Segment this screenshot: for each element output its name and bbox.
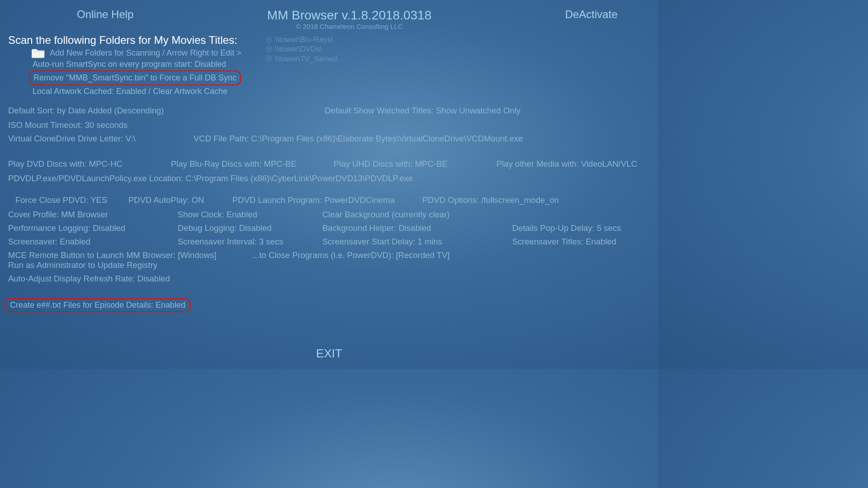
exit-button[interactable]: EXIT — [0, 347, 658, 361]
folder-paths: ✕\\tower\Blu-Rays\ ✕\\tower\DVDs\ ✕\\tow… — [266, 35, 338, 64]
play-uhd-option[interactable]: Play UHD Discs with: MPC-BE — [334, 159, 478, 169]
perf-log-option[interactable]: Performance Logging: Disabled — [8, 223, 160, 233]
app-title: MM Browser v.1.8.2018.0318 — [267, 8, 432, 23]
folder-icon — [32, 47, 45, 58]
app-title-block: MM Browser v.1.8.2018.0318 © 2018 Chamel… — [267, 8, 432, 30]
play-other-option[interactable]: Play other Media with: VideoLAN/VLC — [496, 159, 637, 169]
cover-profile-option[interactable]: Cover Profile: MM Browser — [8, 210, 160, 220]
remove-icon[interactable]: ✕ — [266, 56, 272, 62]
pdvdlp-option[interactable]: PDVDLP.exe/PDVDLaunchPolicy.exe Location… — [8, 174, 413, 183]
clear-bg-option[interactable]: Clear Background (currently clear) — [322, 210, 450, 220]
online-help-link[interactable]: Online Help — [77, 8, 133, 21]
play-bluray-option[interactable]: Play Blu-Ray Discs with: MPC-BE — [171, 159, 316, 169]
vcd-letter-option[interactable]: Virtual CloneDrive Drive Letter: V:\ — [8, 134, 175, 144]
default-show-option[interactable]: Default Show Watched Titles: Show Unwatc… — [325, 106, 520, 116]
artwork-cache-option[interactable]: Local Artwork Cached: Enabled / Clear Ar… — [0, 85, 658, 98]
remove-icon[interactable]: ✕ — [266, 37, 272, 43]
remove-smartsync-option[interactable]: Remove "MMB_SmartSync.bin" to Force a Fu… — [29, 70, 241, 85]
remove-icon[interactable]: ✕ — [266, 46, 272, 52]
pdvd-autoplay-option[interactable]: PDVD AutoPlay: ON — [128, 195, 214, 205]
ss-titles-option[interactable]: Screensaver Titles: Enabled — [512, 237, 616, 247]
create-txt-option[interactable]: Create e##.txt Files for Episode Details… — [5, 298, 191, 312]
popup-delay-option[interactable]: Details Pop-Up Delay: 5 secs — [512, 223, 621, 233]
deactivate-link[interactable]: DeActivate — [565, 8, 618, 21]
pdvd-options-option[interactable]: PDVD Options: /fullscreen_mode_on — [422, 195, 559, 205]
default-sort-option[interactable]: Default Sort: by Date Added (Descending) — [8, 106, 307, 116]
play-dvd-option[interactable]: Play DVD Discs with: MPC-HC — [8, 159, 153, 169]
mce-launch-option[interactable]: MCE Remote Button to Launch MM Browser: … — [8, 250, 234, 260]
bg-helper-option[interactable]: Background Helper: Disabled — [322, 223, 494, 233]
folder-path-item[interactable]: ✕\\tower\Blu-Rays\ — [266, 35, 338, 44]
vcd-path-option[interactable]: VCD File Path: C:\Program Files (x86)\El… — [193, 134, 523, 144]
folder-path-item[interactable]: ✕\\tower\TV_Series\ — [266, 54, 338, 64]
force-close-option[interactable]: Force Close PDVD: YES — [15, 195, 110, 205]
folder-path: \\tower\TV_Series\ — [275, 54, 338, 64]
run-admin-option[interactable]: Run as Administrator to Update Registry — [8, 260, 157, 270]
ss-interval-option[interactable]: Screensaver Interval: 3 secs — [178, 237, 304, 247]
folder-path: \\tower\Blu-Rays\ — [275, 35, 333, 44]
ss-delay-option[interactable]: Screensaver Start Delay: 1 mins — [322, 237, 494, 247]
auto-refresh-option[interactable]: Auto-Adjust Display Refresh Rate: Disabl… — [8, 274, 170, 284]
screensaver-option[interactable]: Screensaver: Enabled — [8, 237, 160, 247]
add-folders[interactable]: Add New Folders for Scanning / Arrow Rig… — [50, 48, 241, 58]
folder-path-item[interactable]: ✕\\tower\DVDs\ — [266, 44, 338, 54]
copyright: © 2018 Chameleon Consulting LLC — [267, 23, 432, 30]
folder-path: \\tower\DVDs\ — [275, 44, 322, 54]
iso-timeout-option[interactable]: ISO Mount Timeout: 30 seconds — [8, 120, 127, 130]
debug-log-option[interactable]: Debug Logging: Disabled — [178, 223, 304, 233]
show-clock-option[interactable]: Show Clock: Enabled — [178, 210, 304, 220]
pdvd-launch-option[interactable]: PDVD Launch Program: PowerDVDCinema — [232, 195, 404, 205]
mce-close-option[interactable]: ...to Close Programs (i.e. PowerDVD): [R… — [252, 250, 476, 260]
